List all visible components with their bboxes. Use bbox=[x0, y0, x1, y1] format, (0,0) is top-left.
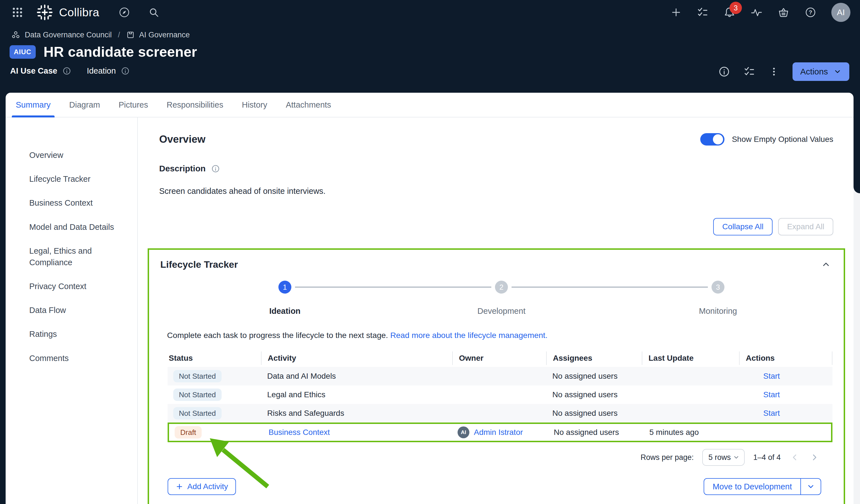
sidebar-item-legal-ethics-compliance[interactable]: Legal, Ethics and Compliance bbox=[29, 239, 126, 275]
start-link[interactable]: Start bbox=[763, 409, 780, 418]
sidebar-item-lifecycle-tracker[interactable]: Lifecycle Tracker bbox=[29, 167, 126, 191]
sidebar-item-model-and-data-details[interactable]: Model and Data Details bbox=[29, 215, 126, 239]
collibra-logo[interactable]: Collibra bbox=[37, 4, 99, 20]
pagination-bar: Rows per page: 5 rows 1–4 of 4 bbox=[160, 449, 820, 466]
scroll-gutter[interactable] bbox=[854, 180, 860, 504]
breadcrumb-domain-link[interactable]: AI Governance bbox=[126, 31, 190, 39]
lifecycle-table: Status Activity Owner Assignees Last Upd… bbox=[168, 350, 832, 442]
start-link[interactable]: Start bbox=[763, 390, 780, 399]
rows-per-page-label: Rows per page: bbox=[641, 453, 694, 462]
table-row: Not Started Data and AI Models No assign… bbox=[168, 367, 832, 385]
search-icon[interactable] bbox=[148, 7, 159, 18]
lifecycle-read-more-link[interactable]: Read more about the lifecycle management… bbox=[390, 331, 547, 340]
asset-type-label: AI Use Case bbox=[10, 66, 57, 76]
assignees-cell: No assigned users bbox=[546, 409, 642, 418]
step-circle-2: 2 bbox=[495, 281, 508, 294]
activity-cell: Risks and Safeguards bbox=[261, 409, 452, 418]
column-header-assignees: Assignees bbox=[546, 352, 642, 365]
tasks-icon[interactable] bbox=[696, 6, 709, 18]
tab-pictures[interactable]: Pictures bbox=[119, 93, 148, 117]
user-avatar[interactable]: AI bbox=[831, 3, 850, 22]
status-info-icon[interactable] bbox=[121, 66, 130, 75]
activity-pulse-icon[interactable] bbox=[750, 6, 763, 18]
help-icon[interactable]: ? bbox=[804, 6, 817, 18]
sidebar-item-data-flow[interactable]: Data Flow bbox=[29, 298, 126, 322]
notification-badge: 3 bbox=[730, 2, 742, 14]
activity-link[interactable]: Business Context bbox=[269, 428, 330, 437]
app-switcher-icon[interactable] bbox=[11, 6, 24, 18]
activity-cell: Data and AI Models bbox=[261, 372, 452, 381]
column-header-actions: Actions bbox=[739, 352, 832, 365]
status-badge: Not Started bbox=[173, 370, 221, 382]
move-options-chevron-icon[interactable] bbox=[800, 479, 821, 494]
sidebar-item-privacy-context[interactable]: Privacy Context bbox=[29, 275, 126, 298]
column-header-status: Status bbox=[168, 352, 261, 365]
activity-cell: Legal and Ethics bbox=[261, 390, 452, 399]
help-glyph: ? bbox=[809, 9, 812, 15]
show-empty-values-toggle[interactable] bbox=[700, 133, 725, 146]
collibra-logo-mark-icon bbox=[37, 4, 53, 20]
add-activity-button[interactable]: Add Activity bbox=[168, 478, 236, 495]
asset-type-info-icon[interactable] bbox=[62, 66, 71, 75]
kebab-menu-icon[interactable] bbox=[768, 66, 779, 77]
owner-link[interactable]: Admin Istrator bbox=[474, 428, 523, 437]
status-badge-draft: Draft bbox=[175, 426, 202, 439]
sidebar-item-overview[interactable]: Overview bbox=[29, 143, 126, 167]
global-navbar: Collibra bbox=[0, 0, 860, 25]
rows-per-page-select[interactable]: 5 rows bbox=[702, 449, 745, 466]
asset-info-icon[interactable] bbox=[718, 66, 730, 77]
asset-tasks-icon[interactable] bbox=[743, 65, 755, 78]
main-content: Overview Show Empty Optional Values Desc… bbox=[138, 117, 854, 504]
breadcrumb-domain-label: AI Governance bbox=[139, 31, 190, 39]
sidebar-item-comments[interactable]: Comments bbox=[29, 346, 126, 370]
marketplace-basket-icon[interactable] bbox=[777, 6, 790, 18]
pagination-range: 1–4 of 4 bbox=[753, 453, 781, 462]
breadcrumb-community-link[interactable]: Data Governance Council bbox=[11, 30, 112, 39]
status-badge: Not Started bbox=[173, 388, 221, 401]
rows-per-page-value: 5 rows bbox=[708, 453, 731, 462]
previous-page-icon[interactable] bbox=[789, 453, 800, 462]
assignees-cell: No assigned users bbox=[546, 372, 642, 381]
table-row: Not Started Risks and Safeguards No assi… bbox=[168, 404, 832, 423]
add-activity-label: Add Activity bbox=[187, 482, 228, 491]
overview-heading: Overview bbox=[159, 133, 205, 145]
move-to-development-label[interactable]: Move to Development bbox=[704, 479, 800, 494]
tab-diagram[interactable]: Diagram bbox=[69, 93, 100, 117]
description-label: Description bbox=[159, 164, 205, 173]
assignees-cell: No assigned users bbox=[547, 428, 643, 437]
table-header: Status Activity Owner Assignees Last Upd… bbox=[168, 350, 832, 367]
notifications-bell-icon[interactable]: 3 bbox=[723, 6, 736, 18]
chevron-down-icon bbox=[834, 68, 842, 76]
tab-attachments[interactable]: Attachments bbox=[286, 93, 331, 117]
create-icon[interactable] bbox=[671, 7, 682, 18]
owner-avatar: AI bbox=[458, 427, 469, 438]
tab-bar: Summary Diagram Pictures Responsibilitie… bbox=[5, 93, 854, 117]
tab-responsibilities[interactable]: Responsibilities bbox=[167, 93, 223, 117]
tab-summary[interactable]: Summary bbox=[16, 93, 51, 117]
last-update-cell: 5 minutes ago bbox=[643, 428, 741, 437]
next-page-icon[interactable] bbox=[809, 453, 820, 462]
compass-icon[interactable] bbox=[118, 6, 130, 18]
gutter-dark-cap bbox=[854, 93, 860, 193]
column-header-activity: Activity bbox=[261, 352, 452, 365]
sidebar-item-business-context[interactable]: Business Context bbox=[29, 191, 126, 215]
chevron-down-icon bbox=[733, 454, 740, 461]
asset-status-label: Ideation bbox=[87, 66, 116, 76]
status-badge: Not Started bbox=[173, 407, 221, 419]
start-link[interactable]: Start bbox=[763, 372, 780, 381]
column-header-last-update: Last Update bbox=[642, 352, 739, 365]
step-circle-1: 1 bbox=[278, 281, 291, 294]
chevron-up-icon[interactable] bbox=[821, 260, 831, 269]
table-row-highlighted: Draft Business Context AI Admin Istrator… bbox=[168, 423, 832, 442]
expand-all-button[interactable]: Expand All bbox=[778, 218, 833, 235]
breadcrumb: Data Governance Council / AI Governance bbox=[0, 25, 860, 39]
actions-button[interactable]: Actions bbox=[792, 62, 849, 81]
sidebar-item-ratings[interactable]: Ratings bbox=[29, 322, 126, 346]
tab-history[interactable]: History bbox=[242, 93, 267, 117]
step-label-ideation: Ideation bbox=[269, 307, 300, 316]
step-monitoring: 3 Monitoring bbox=[610, 281, 826, 316]
breadcrumb-separator: / bbox=[117, 31, 121, 39]
plus-icon bbox=[175, 483, 183, 490]
collapse-all-button[interactable]: Collapse All bbox=[713, 218, 772, 235]
description-info-icon[interactable] bbox=[211, 164, 220, 173]
